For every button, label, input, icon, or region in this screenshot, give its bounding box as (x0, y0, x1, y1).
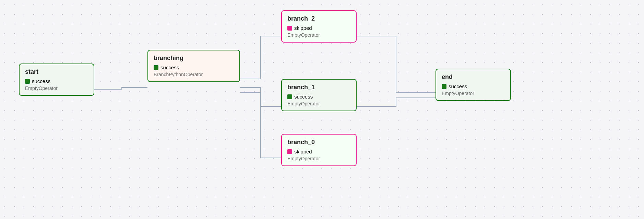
node-branch1-status-label: success (294, 94, 313, 100)
node-branch1-status: success (287, 94, 350, 100)
node-branching-status: success (154, 65, 234, 70)
edge-branch2-end (357, 36, 436, 93)
node-branch2-status: skipped (287, 25, 350, 31)
node-branching-operator: BranchPythonOperator (154, 72, 234, 77)
node-end-status-label: success (449, 83, 467, 89)
edge-branching-branch1 (240, 88, 281, 106)
node-branch0-operator: EmptyOperator (287, 156, 350, 161)
node-end-operator: EmptyOperator (442, 91, 505, 96)
node-branch1-title: branch_1 (287, 84, 350, 91)
node-branching-status-label: success (160, 65, 179, 70)
edge-start-branching (94, 88, 147, 89)
node-branch0-status: skipped (287, 149, 350, 154)
node-branch1-operator: EmptyOperator (287, 101, 350, 106)
node-start[interactable]: start success EmptyOperator (19, 64, 94, 96)
node-branch2-status-dot (287, 26, 292, 31)
node-start-status-label: success (32, 78, 50, 84)
edge-branching-branch2 (240, 36, 281, 79)
node-branch1-status-dot (287, 94, 292, 99)
node-branching[interactable]: branching success BranchPythonOperator (147, 50, 240, 82)
edge-branch1-end (357, 98, 436, 106)
node-start-status-dot (25, 79, 30, 84)
node-branch2-status-label: skipped (294, 25, 312, 31)
node-branch2-operator: EmptyOperator (287, 32, 350, 38)
node-branch0-status-label: skipped (294, 149, 312, 154)
edge-branching-branch0 (240, 93, 281, 158)
node-branch0-title: branch_0 (287, 139, 350, 146)
node-branch0[interactable]: branch_0 skipped EmptyOperator (281, 134, 357, 166)
node-branch1[interactable]: branch_1 success EmptyOperator (281, 79, 357, 111)
dag-canvas: start success EmptyOperator branching su… (0, 0, 644, 219)
node-branching-status-dot (154, 65, 158, 70)
node-start-status: success (25, 78, 88, 84)
node-branch2-title: branch_2 (287, 15, 350, 22)
node-branch0-status-dot (287, 149, 292, 154)
node-branch2[interactable]: branch_2 skipped EmptyOperator (281, 10, 357, 43)
node-start-operator: EmptyOperator (25, 85, 88, 91)
node-end-title: end (442, 73, 505, 81)
node-end[interactable]: end success EmptyOperator (436, 69, 511, 101)
node-branching-title: branching (154, 55, 234, 62)
node-end-status-dot (442, 84, 446, 89)
node-start-title: start (25, 68, 88, 76)
node-end-status: success (442, 83, 505, 89)
